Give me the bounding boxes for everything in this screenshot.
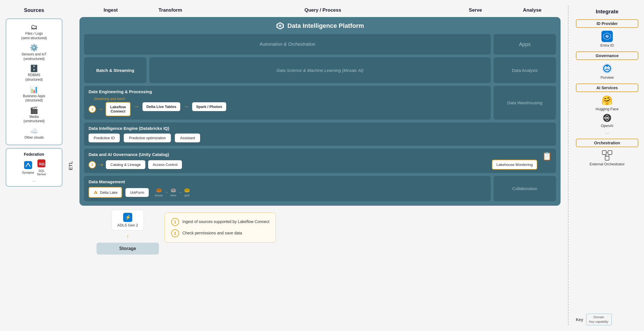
delta-lake-icon: Δ xyxy=(93,190,98,195)
sources-box: 🗂 Files / Logs(semi-structured) ⚙️ Senso… xyxy=(6,18,62,145)
sensors-label: Sensors and IoT(unstructured) xyxy=(22,52,47,61)
svg-text:A: A xyxy=(603,116,605,119)
col-header-query: Query / Process xyxy=(199,6,447,15)
svg-point-1 xyxy=(28,163,29,164)
key-label: Key xyxy=(576,317,583,322)
management-title: Data Management xyxy=(89,179,486,184)
svg-point-11 xyxy=(171,188,176,191)
source-item-clouds: ☁️ Other clouds xyxy=(9,127,59,140)
legend-text2: Check permissions and save data xyxy=(182,229,242,236)
synapse-icon xyxy=(24,161,32,171)
streaming-label: Streaming and batch xyxy=(94,97,125,101)
entra-id-item: Entra ID xyxy=(576,31,638,47)
hugging-face-icon: 🤗 xyxy=(601,95,613,106)
svg-rect-0 xyxy=(24,161,32,169)
sql-server-icon: SQL xyxy=(37,159,45,169)
federation-dots: ... xyxy=(9,178,59,183)
datascience-box: Data Science & Machine Learning (Mosaic … xyxy=(149,57,491,83)
col-header-transform: Transform xyxy=(142,6,199,15)
datawarehouse-box: Data Warehousing xyxy=(494,86,556,120)
engineering-title: Date Engineering & Processing xyxy=(89,89,486,94)
catalog-icon: 📋 xyxy=(542,151,552,161)
key-section: Key Domain Key capability xyxy=(576,311,638,325)
predictive-opt-pill: Predictive optimization xyxy=(124,134,171,142)
arrow-3: → xyxy=(183,103,189,110)
hugging-face-label: Hugging Face xyxy=(596,107,619,111)
hugging-face-item: 🤗 Hugging Face xyxy=(576,95,638,111)
sql-server-item: SQL SQLServer xyxy=(37,159,46,176)
purview-item: Purview xyxy=(576,63,638,80)
svg-rect-28 xyxy=(602,151,606,155)
rdbms-icon: 🗄️ xyxy=(30,64,38,72)
col-header-ingest: Ingest xyxy=(79,6,142,15)
synapse-label: Synapse xyxy=(22,171,34,174)
col-header-sources: Sources xyxy=(6,6,62,15)
openai-icon: A xyxy=(603,113,612,122)
external-orchestrator-label: External Orchestrator xyxy=(590,162,625,166)
uniform-pill: UniForm xyxy=(125,188,149,197)
arrow-1: → xyxy=(98,106,103,112)
sensors-icon: ⚙️ xyxy=(30,44,38,52)
bizapps-label: Business Apps(structured) xyxy=(23,94,45,103)
domain-label: Domain xyxy=(589,315,609,319)
external-orchestrator-item: External Orchestrator xyxy=(576,150,638,166)
svg-point-23 xyxy=(606,64,608,67)
openai-item: A OpenAI xyxy=(576,113,638,128)
apps-label: Apps xyxy=(519,41,530,47)
openai-label: OpenAI xyxy=(601,124,613,128)
platform-title-text: Data Intelligence Platform xyxy=(287,22,364,30)
gold-label: gold xyxy=(184,194,189,197)
platform-title: Data Intelligence Platform xyxy=(84,22,556,30)
sql-server-label: SQLServer xyxy=(37,169,46,176)
lakehouse-monitoring-pill: Lakehouse Monitoring xyxy=(492,160,537,170)
spark-photon-pill: Spark / Photon xyxy=(192,102,226,111)
governance-title: Data and AI Governance (Unity Catalog) xyxy=(89,152,551,157)
dashed-divider xyxy=(568,6,569,325)
collaboration-label: Collaboration xyxy=(512,186,537,191)
synapse-item: Synapse xyxy=(22,161,34,174)
datascience-label: Data Science & Machine Learning (Mosaic … xyxy=(276,68,363,73)
ai-services-section: AI Services 🤗 Hugging Face A OpenAI ... xyxy=(576,84,638,135)
governance-box: Data and AI Governance (Unity Catalog) 📋… xyxy=(84,149,556,173)
governance-section: Governance Purview xyxy=(576,51,638,80)
integrate-header: Integrate xyxy=(576,6,638,15)
source-item-sensors: ⚙️ Sensors and IoT(unstructured) xyxy=(9,44,59,61)
ai-dots: ... xyxy=(576,130,638,135)
col-header-serve: Serve xyxy=(447,6,504,15)
batch-streaming-label: Batch & Streaming xyxy=(96,68,134,73)
bronze-medal-icon: bronze xyxy=(155,188,163,197)
intelligence-title: Data Intelligence Engine (Databricks IQ) xyxy=(89,126,551,131)
svg-rect-29 xyxy=(608,151,612,155)
engineering-box: Date Engineering & Processing Streaming … xyxy=(84,86,491,120)
intelligence-box: Data Intelligence Engine (Databricks IQ)… xyxy=(84,122,556,146)
id-provider-section: ID Provider Entra ID xyxy=(576,19,638,47)
federation-box: Federation Synapse xyxy=(6,148,62,187)
automation-label: Automation & Orchestration xyxy=(259,42,315,47)
dataanalysis-box: Data Analysis xyxy=(494,57,556,83)
delta-live-pill: Delta Live Tables xyxy=(142,102,180,111)
legend-text1: Ingest of sources supported by Lakeflow … xyxy=(182,218,270,225)
svg-text:Δ: Δ xyxy=(95,192,96,194)
orchestration-section: Orchestration External Orchestrator xyxy=(576,139,638,166)
medal-flow: bronze → silver → xyxy=(155,188,190,197)
silver-medal-icon: silver xyxy=(170,188,177,197)
legend-box: 1 Ingest of sources supported by Lakeflo… xyxy=(165,213,276,243)
adls-icon: ⚡ xyxy=(123,213,132,222)
dataanalysis-label: Data Analysis xyxy=(512,68,538,73)
media-label: Media(unstructured) xyxy=(24,115,45,124)
clouds-icon: ☁️ xyxy=(30,127,38,135)
adls-label: ADLS Gen 2 xyxy=(117,223,138,227)
svg-point-14 xyxy=(184,188,190,191)
files-label: Files / Logs(semi-structured) xyxy=(21,32,47,40)
files-icon: 🗂 xyxy=(31,23,37,31)
federation-header: Federation xyxy=(9,152,59,157)
col-header-analyse: Analyse xyxy=(504,6,561,15)
num-badge-1: 1 xyxy=(89,105,96,113)
source-item-media: 🎬 Media(unstructured) xyxy=(9,106,59,124)
management-box: Data Management Δ Delta Lake UniForm xyxy=(84,176,491,201)
purview-icon xyxy=(601,63,613,74)
legend-num1-badge: 1 xyxy=(171,218,179,226)
apps-box: Apps xyxy=(494,34,556,55)
predictive-io-pill: Predictive IO xyxy=(89,134,120,142)
collaboration-box: Collaboration xyxy=(494,176,556,201)
